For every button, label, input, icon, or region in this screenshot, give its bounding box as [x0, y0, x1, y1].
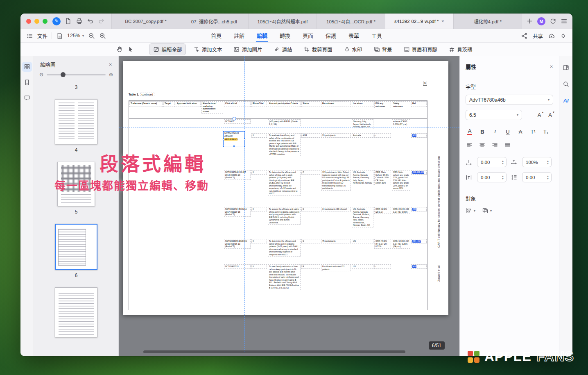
properties-close-icon[interactable]: ✕: [550, 64, 553, 69]
reference-link[interactable]: 464–467: [412, 240, 421, 243]
font-family-select[interactable]: AdvTT6780a46b ▾: [466, 95, 553, 105]
user-avatar[interactable]: M: [537, 17, 545, 25]
cell-text[interactable]: -: [374, 133, 391, 138]
cell-text[interactable]: Australia: [352, 133, 373, 138]
cell-text[interactable]: NCT02228096 ENSIGN 2015-003736-13 (Eudra…: [224, 239, 251, 249]
page-view-icon[interactable]: [56, 32, 63, 39]
cell-text[interactable]: US: [352, 239, 373, 243]
cell-text[interactable]: 115 participants: Main Cohort (patients …: [321, 170, 351, 191]
reference-link[interactable]: 468: [412, 265, 416, 268]
cell-text[interactable]: 75 participants: [321, 239, 351, 243]
collapse-toolbar-icon[interactable]: [560, 32, 567, 39]
file-menu-icon[interactable]: [26, 32, 33, 39]
decrease-font-size-button[interactable]: A▼: [547, 112, 553, 118]
page-thumbnail[interactable]: [57, 162, 95, 206]
ribbon-tab[interactable]: 工具: [371, 29, 383, 42]
add-text-button[interactable]: 添加文本: [189, 43, 226, 55]
page-thumbnail[interactable]: [55, 99, 97, 144]
cell-text[interactable]: NCT05460533: [224, 264, 251, 269]
cell-text[interactable]: CRS: 64.06% (64 p.a.) NE: 6.25% (64 p.a.…: [392, 239, 410, 249]
new-tab-button[interactable]: [526, 18, 533, 25]
stepper-arrows[interactable]: ▲▼: [502, 160, 504, 165]
crop-button[interactable]: 裁剪頁面: [299, 43, 336, 55]
cell-text[interactable]: US, Australia, Austria, Canada, France, …: [352, 170, 373, 185]
object-align-button[interactable]: ▾: [466, 207, 475, 214]
cell-text[interactable]: (≥18 years) with R/R FL (Grade 1, 2, 3A): [268, 119, 301, 126]
cell-text[interactable]: 468: [411, 264, 427, 269]
cell-text[interactable]: CRS: Main cohort: any grade 57%, grade 3…: [392, 170, 410, 191]
cell-text[interactable]: -: [374, 264, 391, 269]
tab-close-icon[interactable]: ✕: [441, 19, 445, 23]
watermark-button[interactable]: 水印: [340, 43, 366, 55]
bookmarks-panel-button[interactable]: [22, 77, 32, 87]
undo-icon[interactable]: [87, 18, 94, 25]
cell-text[interactable]: To assess the efficacy and safety of tis…: [268, 207, 301, 225]
line-spacing-stepper[interactable]: 0.00 ▲▼: [522, 172, 552, 182]
resize-handle-nw[interactable]: [222, 130, 224, 132]
increase-font-size-button[interactable]: A▲: [536, 112, 543, 118]
cell-text[interactable]: C: [301, 207, 320, 211]
cell-text[interactable]: 112,461,462: [411, 170, 427, 175]
resize-handle-s[interactable]: [233, 145, 235, 147]
redo-icon[interactable]: [98, 18, 105, 25]
cell-text[interactable]: NCT03610724 BIANCA 2017-005019-15 (Eudra…: [224, 207, 251, 217]
ribbon-tab[interactable]: 表單: [348, 29, 360, 42]
link-button[interactable]: 連結: [269, 43, 296, 55]
superscript-button[interactable]: T¹: [529, 127, 537, 136]
cell-text[interactable]: 20 participants: [321, 133, 351, 138]
ribbon-tab[interactable]: 保護: [325, 29, 337, 42]
edit-all-button[interactable]: 編輯全部: [149, 43, 186, 55]
cell-text[interactable]: To determine the efficacy and safety of …: [268, 239, 301, 257]
resize-handle-e[interactable]: [244, 138, 246, 140]
zoom-in-icon[interactable]: [99, 32, 106, 39]
annotations-panel-button[interactable]: [22, 93, 32, 103]
cell-text[interactable]: adverse ICANS: 1.03% (97 p.a.): [392, 119, 410, 126]
pdf-page[interactable]: Table 1.continued Tradename (Generic nam…: [123, 61, 448, 315]
minimize-window-button[interactable]: [34, 19, 39, 24]
selected-text-block[interactable]: NCT04234061ARMACAPPLEFANS: [223, 131, 245, 146]
align-justify-button[interactable]: [504, 141, 512, 150]
reference-link[interactable]: 463: [412, 208, 416, 211]
cell-text[interactable]: To see if early reinfusion of tisa-cel c…: [268, 264, 301, 290]
cell-text[interactable]: Enrollment estimated 33 patients: [321, 264, 351, 271]
subscript-button[interactable]: T₁: [542, 127, 550, 136]
italic-button[interactable]: I: [491, 127, 499, 136]
align-left-button[interactable]: [466, 141, 474, 150]
underline-button[interactable]: U: [504, 127, 512, 136]
ribbon-tab[interactable]: 編輯: [256, 29, 268, 42]
cell-text[interactable]: 463: [411, 207, 427, 211]
sync-icon[interactable]: [550, 18, 556, 25]
strikethrough-button[interactable]: A: [516, 127, 525, 136]
file-menu-label[interactable]: 文件: [37, 32, 47, 40]
slider-knob[interactable]: [61, 72, 66, 77]
zoom-window-button[interactable]: [43, 19, 47, 24]
font-color-button[interactable]: A: [466, 127, 474, 136]
slider-track[interactable]: [47, 74, 106, 75]
page-thumbnail[interactable]: [55, 287, 97, 337]
align-right-button[interactable]: [491, 141, 499, 150]
app-menu-icon[interactable]: [561, 18, 568, 25]
zoom-out-icon[interactable]: [88, 32, 95, 39]
cell-text[interactable]: ANR: [301, 133, 320, 138]
resize-handle-sw[interactable]: [222, 145, 224, 147]
cell-text[interactable]: C: [301, 170, 320, 175]
bates-button[interactable]: 貝茨碼: [445, 43, 477, 55]
document-tab[interactable]: 07_選修化學...ch5.pdf: [180, 14, 248, 29]
document-tab[interactable]: BC 2007_copy.pdf *: [111, 14, 180, 29]
align-center-button[interactable]: [478, 141, 486, 150]
slider-plus-icon[interactable]: ⊕: [109, 72, 113, 77]
slider-minus-icon[interactable]: ⊖: [39, 72, 43, 77]
cell-text[interactable]: To determine the efficacy and safety of …: [268, 170, 301, 196]
zoom-level-select[interactable]: 125% ▾: [67, 33, 84, 39]
resize-handle-w[interactable]: [222, 138, 224, 140]
select-tool-icon[interactable]: [127, 46, 134, 53]
cell-text[interactable]: ORR: 32.1% (28 p.a.): [374, 207, 391, 214]
rotate-handle[interactable]: [232, 117, 236, 120]
ribbon-tab[interactable]: 首頁: [210, 29, 222, 42]
document-tab[interactable]: 105(1~4)自然科題本.pdf: [248, 14, 317, 29]
cell-text[interactable]: 34 participants (33 infused): [321, 207, 351, 211]
bold-button[interactable]: B: [478, 127, 486, 136]
close-window-button[interactable]: [26, 19, 31, 24]
character-spacing-stepper[interactable]: 0.00 ▲▼: [477, 157, 507, 167]
cell-text[interactable]: R: [301, 264, 320, 269]
